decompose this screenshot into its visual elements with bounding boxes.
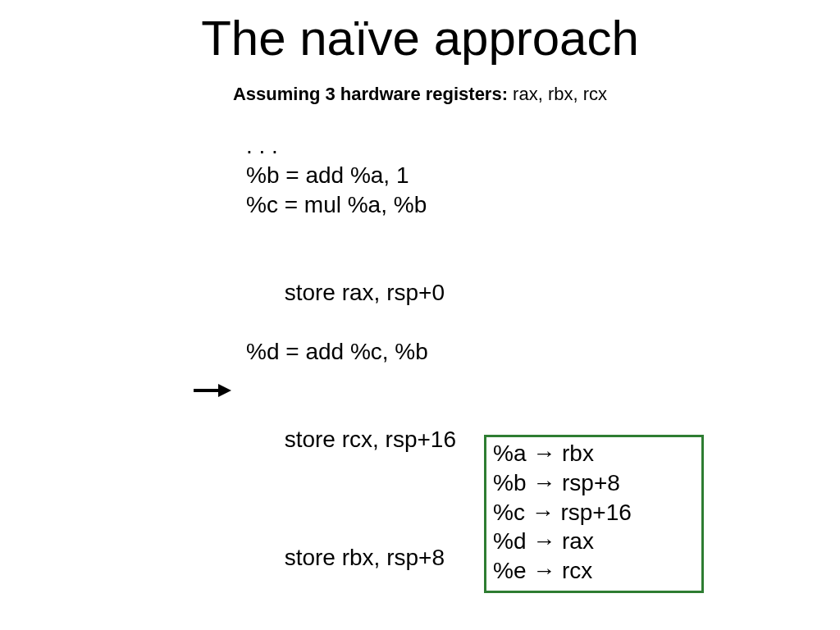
subtitle-bold: Assuming 3 hardware registers: (233, 84, 513, 104)
mapping-row: %b → rsp+8 (493, 468, 695, 498)
code-text: store rcx, rsp+16 (285, 427, 456, 452)
code-line-highlighted: store rbx, rsp+8 (246, 484, 456, 601)
code-line-highlighted: store rcx, rsp+16 (246, 367, 456, 484)
slide-title: The naïve approach (0, 10, 840, 66)
code-line: %b = add %a, 1 (246, 161, 456, 190)
mapping-row: %e → rcx (493, 556, 695, 586)
mapping-row: %d → rax (493, 527, 695, 556)
subtitle-registers: rax, rbx, rcx (513, 84, 607, 104)
code-text: store rax, rsp+0 (285, 280, 445, 305)
svg-marker-1 (218, 384, 231, 397)
register-mapping-box: %a → rbx %b → rsp+8 %c → rsp+16 %d → rax… (484, 435, 704, 593)
slide: The naïve approach Assuming 3 hardware r… (0, 0, 840, 630)
code-line-highlighted: rbx = load rsp+0 (246, 601, 456, 630)
highlight-bar (243, 486, 481, 601)
code-block: . . . %b = add %a, 1 %c = mul %a, %b sto… (246, 131, 456, 630)
mapping-row: %c → rsp+16 (493, 498, 695, 527)
highlight-bar (243, 603, 481, 630)
code-line: . . . (246, 131, 456, 161)
code-line: %d = add %c, %b (246, 337, 456, 367)
code-line-highlighted: store rax, rsp+0 (246, 219, 456, 336)
code-line: %c = mul %a, %b (246, 190, 456, 220)
mapping-row: %a → rbx (493, 439, 695, 468)
code-text: store rbx, rsp+8 (285, 545, 445, 570)
slide-subtitle: Assuming 3 hardware registers: rax, rbx,… (0, 84, 840, 105)
arrow-icon (192, 381, 231, 399)
